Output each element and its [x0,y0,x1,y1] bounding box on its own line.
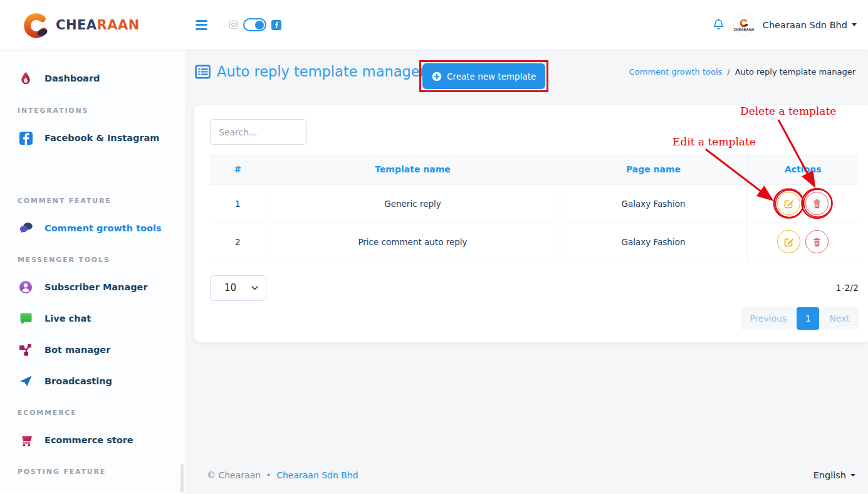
cell-page-name: Galaxy Fashion [560,223,747,261]
account-avatar[interactable]: CHEARAAN [733,14,755,36]
pagination: Previous 1 Next [210,307,859,330]
sidebar-section-comment-feature: COMMENT FEATURE [0,196,185,206]
chat-bubble-icon [18,312,34,325]
sidebar-item-label: Comment growth tools [44,223,162,233]
column-header-index: # [210,154,266,184]
page-footer: © Chearaan • Chearaan Sdn Bhd English [185,470,868,480]
page-size-value: 10 [224,282,251,293]
templates-table: # Template name Page name Actions 1 Gene… [210,154,859,261]
sidebar-item-label: Subscriber Manager [44,282,148,292]
trash-icon [812,237,822,247]
avatar-caption: CHEARAAN [734,28,755,31]
footer-bullet: • [266,471,271,480]
chevron-down-icon [850,474,855,476]
sidebar-section-messenger-tools: MESSENGER TOOLS [0,255,185,265]
page-header: Auto reply template manager Create new t… [185,50,868,93]
avatar-logo-icon [738,18,750,28]
column-header-actions: Actions [747,154,859,184]
template-table-card: # Template name Page name Actions 1 Gene… [194,105,868,342]
top-header: CHEARAAN [0,0,868,50]
chevron-down-icon [251,286,258,290]
column-header-template-name: Template name [266,154,560,184]
delete-template-button[interactable] [805,192,829,215]
comments-icon [18,222,34,234]
chevron-down-icon [852,23,857,26]
sidebar-item-label: Ecommerce store [44,435,133,445]
chearaan-logo-icon [21,9,52,41]
breadcrumb-current: Auto reply template manager [735,67,855,76]
sidebar-scrollbar[interactable] [180,464,184,493]
table-row: 2 Price comment auto reply Galaxy Fashio… [210,223,859,261]
search-input[interactable] [210,119,307,145]
sidebar-section-posting-feature: POSTING FEATURE [0,467,185,477]
cell-index: 2 [210,223,266,261]
company-link[interactable]: Chearaan Sdn Bhd [276,470,358,480]
sidebar: Dashboard INTEGRATIONS Facebook & Instag… [0,50,185,494]
copyright-text: © Chearaan [207,470,261,480]
paper-plane-icon [18,375,34,387]
annotation-rect-create-button: Create new template [419,60,548,92]
sidebar-item-label: Broadcasting [44,376,112,386]
sidebar-section-integrations: INTEGRATIONS [0,106,185,116]
toggle-knob [255,21,264,29]
pagination-page-1-button[interactable]: 1 [797,307,819,330]
account-name: Chearaan Sdn Bhd [763,20,847,30]
app-root: CHEARAAN [0,0,868,494]
platform-toggle[interactable] [243,18,266,31]
edit-template-button[interactable] [777,230,800,253]
language-label: English [813,470,846,480]
pagination-next-button[interactable]: Next [820,307,859,330]
cell-index: 1 [210,184,266,223]
sidebar-item-comment-growth-tools[interactable]: Comment growth tools [0,216,185,241]
brand-logo[interactable]: CHEARAAN [0,9,185,41]
brand-wordmark: CHEARAAN [56,18,140,33]
flame-icon [18,71,34,85]
plus-circle-icon [432,71,442,81]
sidebar-item-label: Facebook & Instagram [44,133,159,143]
sidebar-item-cutoff[interactable] [0,490,185,494]
instagram-icon[interactable] [229,20,238,29]
edit-icon [784,199,794,209]
hamburger-menu-icon[interactable] [193,18,210,33]
language-dropdown[interactable]: English [813,470,855,480]
cell-template-name: Generic reply [266,184,560,223]
main-content: Auto reply template manager Create new t… [185,50,868,494]
create-button-label: Create new template [447,71,536,81]
breadcrumb-parent-link[interactable]: Comment growth tools [629,67,723,76]
create-new-template-button[interactable]: Create new template [422,63,545,89]
sidebar-item-label: Live chat [44,313,91,323]
sidebar-item-broadcasting[interactable]: Broadcasting [0,369,185,394]
sidebar-item-bot-manager[interactable]: Bot manager [0,337,185,362]
shopping-cart-icon [18,433,34,447]
range-label: 1-2/2 [836,283,859,293]
pagination-previous-button[interactable]: Previous [741,307,795,330]
sitemap-icon [18,343,34,357]
sidebar-item-label: Bot manager [44,345,110,355]
bell-icon[interactable] [712,18,725,31]
facebook-square-icon [18,132,34,145]
cell-page-name: Galaxy Fashion [560,184,747,223]
column-header-page-name: Page name [560,154,747,184]
sidebar-item-live-chat[interactable]: Live chat [0,306,185,331]
edit-icon [784,237,794,247]
sidebar-item-dashboard[interactable]: Dashboard [0,66,185,91]
sidebar-item-ecommerce-store[interactable]: Ecommerce store [0,428,185,453]
table-row: 1 Generic reply Galaxy Fashion [210,184,859,223]
table-header-row: # Template name Page name Actions [210,154,859,184]
sidebar-item-label: Dashboard [44,73,100,83]
sidebar-item-subscriber-manager[interactable]: Subscriber Manager [0,275,185,300]
account-dropdown[interactable]: Chearaan Sdn Bhd [763,20,857,30]
breadcrumb-separator: / [727,67,729,76]
edit-template-button[interactable] [777,192,800,215]
page-size-select[interactable]: 10 [210,275,266,301]
sidebar-section-ecommerce: ECOMMERCE [0,408,185,418]
delete-template-button[interactable] [805,230,829,253]
cell-template-name: Price comment auto reply [266,223,560,261]
sidebar-item-facebook-instagram[interactable]: Facebook & Instagram [0,125,185,150]
user-circle-icon [18,280,34,294]
facebook-icon[interactable] [271,20,281,30]
list-alt-icon [194,63,211,80]
page-title: Auto reply template manager [217,63,426,80]
trash-icon [812,199,822,209]
breadcrumb: Comment growth tools / Auto reply templa… [629,67,868,76]
